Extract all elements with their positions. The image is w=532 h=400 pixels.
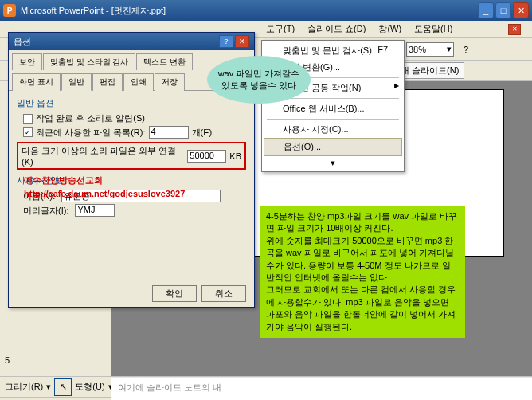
menu-customize[interactable]: 사용자 지정(C)... <box>264 121 402 138</box>
slide-number: 5 <box>5 355 108 365</box>
doc-close-button[interactable]: ✕ <box>508 24 521 35</box>
maximize-button[interactable]: □ <box>495 2 511 18</box>
tab-view[interactable]: 화면 표시 <box>12 73 61 91</box>
close-button[interactable]: ✕ <box>513 2 529 18</box>
link-sounds-label: 다음 크기 이상의 소리 파일은 외부 연결(K) <box>22 145 184 167</box>
initials-field[interactable]: YMJ <box>75 204 115 217</box>
menu-office-web[interactable]: Office 웹 서비스(B)... <box>264 100 402 117</box>
red-line2: http://cafe.daum.net/godjesuslove3927 <box>24 187 185 201</box>
menu-separator <box>267 119 399 120</box>
notes-pane[interactable]: 여기에 슬라이드 노트의 내 <box>111 378 532 400</box>
zoom-combo[interactable]: 38%▾ <box>406 42 454 57</box>
red-line1: 예수찬양방송선교회 <box>24 174 185 187</box>
green-note-text: 4-5분하는 찬양 mp3파일 크기를 wav 파일로 바꾸면 파일 크기가 1… <box>266 211 457 331</box>
tab-general[interactable]: 일반 <box>61 73 92 91</box>
cancel-button[interactable]: 취소 <box>201 285 246 302</box>
autoshape-menu[interactable]: 도형(U) <box>75 381 104 393</box>
sound-feedback-label: 작업 완료 후 소리로 알림(S) <box>36 112 145 124</box>
link-unit: KB <box>229 151 241 161</box>
tab-save[interactable]: 저장 <box>155 73 185 91</box>
recent-files-label: 최근에 사용한 파일 목록(R): <box>36 127 146 139</box>
recent-files-checkbox[interactable]: ✓ <box>23 127 33 137</box>
dialog-help-button[interactable]: ? <box>219 35 233 48</box>
recent-unit: 개(E) <box>192 127 213 139</box>
tab-textedit[interactable]: 텍스트 변환 <box>136 53 193 70</box>
menu-window[interactable]: 창(W) <box>372 22 408 37</box>
tab-edit[interactable]: 편집 <box>92 73 123 91</box>
callout-bubble: wav 파일만 가져갈수 있도록 넣을수 있다 <box>207 56 311 104</box>
recent-count-field[interactable]: 4 <box>149 126 189 139</box>
app-title: Microsoft PowerPoint <box>21 6 104 15</box>
initials-label: 머리글자(I): <box>23 205 68 217</box>
red-overlay-text: 예수찬양방송선교회 http://cafe.daum.net/godjesusl… <box>24 174 185 200</box>
general-options-label: 일반 옵션 <box>17 97 246 109</box>
menu-options[interactable]: 옵션(O)... <box>264 138 402 156</box>
dialog-titlebar[interactable]: 옵션 ? ✕ <box>9 33 254 50</box>
powerpoint-icon: P <box>3 4 16 17</box>
pointer-icon[interactable]: ↖ <box>54 378 72 396</box>
filename: [멋진제자.ppt] <box>111 5 166 17</box>
dialog-close-button[interactable]: ✕ <box>235 35 249 48</box>
green-note: 4-5분하는 찬양 mp3파일 크기를 wav 파일로 바꾸면 파일 크기가 1… <box>260 206 465 338</box>
help-icon[interactable]: ? <box>457 41 475 58</box>
notes-placeholder: 여기에 슬라이드 노트의 내 <box>118 382 221 392</box>
menu-slideshow[interactable]: 슬라이드 쇼(D) <box>301 22 372 37</box>
dialog-title-text: 옵션 <box>14 36 31 48</box>
sound-feedback-checkbox[interactable] <box>23 114 33 124</box>
menu-tools[interactable]: 도구(T) <box>260 22 301 37</box>
menu-help[interactable]: 도움말(H) <box>408 22 459 37</box>
main-titlebar: P Microsoft PowerPoint - [멋진제자.ppt] _ □ … <box>0 0 532 21</box>
minimize-button[interactable]: _ <box>478 2 494 18</box>
link-size-field[interactable]: 50000 <box>187 150 226 163</box>
link-sounds-row: 다음 크기 이상의 소리 파일은 외부 연결(K) 50000 KB <box>17 142 246 170</box>
bubble-text: wav 파일만 가져갈수 있도록 넣을수 있다 <box>213 68 304 92</box>
tab-spelling[interactable]: 맞춤법 및 스타일 검사 <box>43 53 135 70</box>
ok-button[interactable]: 확인 <box>152 285 197 302</box>
menu-spelling[interactable]: 맞춤법 및 문법 검사(S) F7 <box>264 42 402 59</box>
tab-security[interactable]: 보안 <box>12 53 42 70</box>
draw-menu[interactable]: 그리기(R) <box>5 381 43 393</box>
menu-expand-icon[interactable]: ▾ <box>264 156 402 170</box>
tab-print[interactable]: 인쇄 <box>123 73 154 91</box>
